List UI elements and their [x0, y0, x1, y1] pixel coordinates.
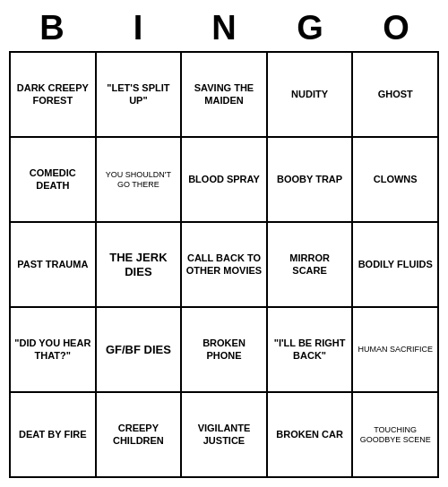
bingo-cell-10[interactable]: PAST TRAUMA	[11, 223, 97, 308]
bingo-title-row: B I N G O	[9, 9, 439, 47]
bingo-cell-23[interactable]: BROKEN CAR	[268, 393, 354, 478]
bingo-cell-9[interactable]: CLOWNS	[353, 138, 439, 223]
bingo-cell-11[interactable]: THE JERK DIES	[97, 223, 183, 308]
bingo-cell-15[interactable]: "DID YOU HEAR THAT?"	[11, 308, 97, 393]
bingo-cell-1[interactable]: "LET'S SPLIT UP"	[97, 53, 183, 138]
bingo-cell-8[interactable]: BOOBY TRAP	[268, 138, 354, 223]
bingo-cell-16[interactable]: GF/BF DIES	[97, 308, 183, 393]
bingo-cell-6[interactable]: YOU SHOULDN'T GO THERE	[97, 138, 183, 223]
bingo-cell-17[interactable]: BROKEN PHONE	[182, 308, 268, 393]
bingo-cell-3[interactable]: NUDITY	[268, 53, 354, 138]
bingo-cell-0[interactable]: DARK CREEPY FOREST	[11, 53, 97, 138]
bingo-cell-20[interactable]: DEAT BY FIRE	[11, 393, 97, 478]
bingo-cell-24[interactable]: TOUCHING GOODBYE SCENE	[353, 393, 439, 478]
bingo-cell-4[interactable]: GHOST	[353, 53, 439, 138]
letter-n: N	[181, 9, 267, 47]
letter-g: G	[267, 9, 353, 47]
bingo-cell-22[interactable]: VIGILANTE JUSTICE	[182, 393, 268, 478]
bingo-cell-12[interactable]: CALL BACK TO OTHER MOVIES	[182, 223, 268, 308]
letter-i: I	[95, 9, 181, 47]
bingo-cell-14[interactable]: BODILY FLUIDS	[353, 223, 439, 308]
bingo-cell-19[interactable]: HUMAN SACRIFICE	[353, 308, 439, 393]
letter-o: O	[353, 9, 439, 47]
bingo-cell-21[interactable]: CREEPY CHILDREN	[97, 393, 183, 478]
bingo-grid: DARK CREEPY FOREST"LET'S SPLIT UP"SAVING…	[9, 51, 439, 478]
bingo-cell-18[interactable]: "I'LL BE RIGHT BACK"	[268, 308, 354, 393]
bingo-cell-2[interactable]: SAVING THE MAIDEN	[182, 53, 268, 138]
bingo-cell-5[interactable]: COMEDIC DEATH	[11, 138, 97, 223]
bingo-cell-7[interactable]: BLOOD SPRAY	[182, 138, 268, 223]
letter-b: B	[9, 9, 95, 47]
bingo-cell-13[interactable]: MIRROR SCARE	[268, 223, 354, 308]
